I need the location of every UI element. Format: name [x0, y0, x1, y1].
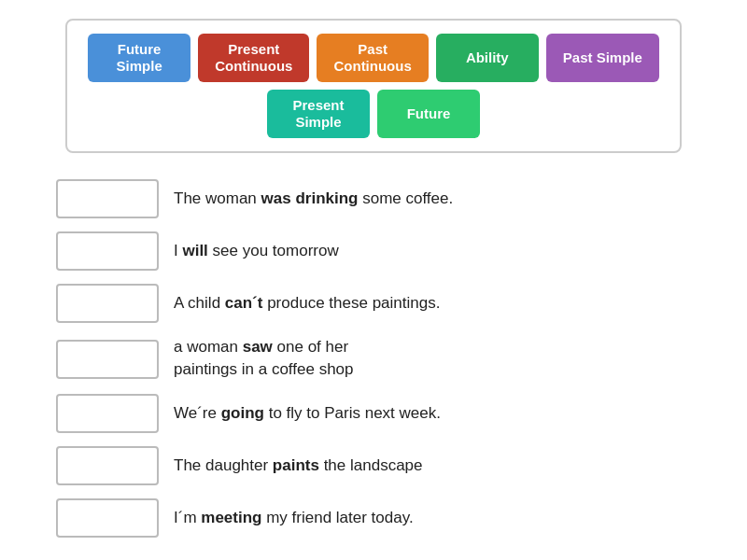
answer-box-s6[interactable]	[56, 446, 159, 485]
sentence-text-s6: The daughter paints the landscape	[174, 455, 423, 477]
tag-container: Future SimplePresent ContinuousPast Cont…	[65, 19, 682, 153]
tag-future[interactable]: Future	[377, 90, 480, 138]
sentence-text-s4: a woman saw one of herpaintings in a cof…	[174, 336, 354, 381]
tag-ability[interactable]: Ability	[436, 34, 539, 82]
tag-future-simple[interactable]: Future Simple	[88, 34, 190, 82]
answer-box-s2[interactable]	[56, 231, 159, 271]
answer-box-s5[interactable]	[56, 394, 159, 433]
answer-box-s7[interactable]	[56, 498, 159, 538]
sentence-row-s2: I will see you tomorrow	[56, 231, 728, 271]
answer-box-s3[interactable]	[56, 284, 159, 323]
sentence-row-s7: I´m meeting my friend later today.	[56, 498, 728, 538]
sentence-row-s5: We´re going to fly to Paris next week.	[56, 394, 728, 433]
tag-present-continuous[interactable]: Present Continuous	[198, 34, 309, 82]
tag-past-continuous[interactable]: Past Continuous	[317, 34, 428, 82]
sentence-text-s3: A child can´t produce these paintings.	[174, 292, 440, 315]
answer-box-s1[interactable]	[56, 179, 159, 218]
sentence-row-s6: The daughter paints the landscape	[56, 446, 728, 485]
sentence-row-s3: A child can´t produce these paintings.	[56, 284, 728, 323]
sentence-text-s1: The woman was drinking some coffee.	[174, 188, 453, 210]
answer-box-s4[interactable]	[56, 340, 159, 379]
tag-past-simple[interactable]: Past Simple	[546, 34, 659, 82]
sentence-text-s2: I will see you tomorrow	[174, 240, 339, 262]
sentence-text-s5: We´re going to fly to Paris next week.	[174, 402, 441, 425]
sentence-row-s1: The woman was drinking some coffee.	[56, 179, 728, 218]
sentence-row-s4: a woman saw one of herpaintings in a cof…	[56, 336, 728, 381]
tag-present-simple[interactable]: Present Simple	[267, 90, 370, 138]
sentence-list: The woman was drinking some coffee.I wil…	[19, 179, 728, 538]
sentence-text-s7: I´m meeting my friend later today.	[174, 507, 414, 529]
